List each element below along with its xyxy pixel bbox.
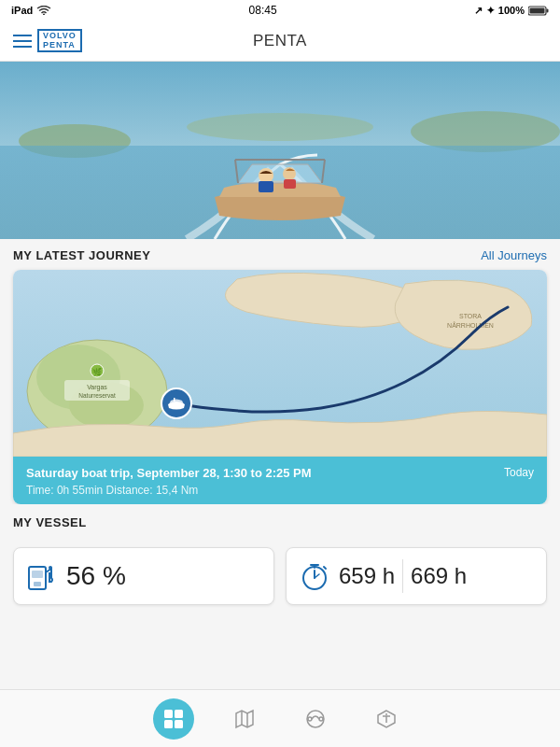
arrow-icon: ↗: [474, 5, 483, 17]
journey-stats: Time: 0h 55min Distance: 15,4 Nm: [26, 484, 534, 497]
journey-title-row: Saturday boat trip, September 28, 1:30 t…: [26, 466, 534, 480]
svg-rect-28: [34, 582, 41, 586]
bluetooth-icon: ✦: [486, 5, 495, 17]
svg-point-40: [385, 713, 387, 715]
engine-icon: [300, 559, 329, 593]
nav-bar: VOLVO PENTA PENTA: [0, 21, 560, 62]
vessel-title: MY VESSEL: [13, 515, 87, 529]
journey-info: Saturday boat trip, September 28, 1:30 t…: [13, 457, 547, 504]
map-icon: [233, 708, 256, 730]
svg-point-37: [307, 711, 324, 727]
svg-rect-32: [175, 710, 183, 718]
svg-rect-31: [164, 710, 173, 718]
engine-hours-2: 669 h: [411, 563, 467, 589]
dashboard-icon: [162, 708, 185, 730]
svg-text:🌿: 🌿: [92, 367, 102, 376]
all-journeys-link[interactable]: All Journeys: [481, 248, 547, 262]
svg-point-0: [43, 14, 45, 16]
engine-card: 659 h 669 h: [286, 547, 547, 605]
engine-hours-group: 659 h 669 h: [339, 559, 467, 593]
tab-journeys[interactable]: [295, 698, 336, 740]
svg-point-39: [319, 717, 323, 721]
engine-hours-1: 659 h: [339, 563, 395, 589]
svg-rect-34: [175, 720, 183, 728]
battery-icon: [528, 6, 549, 16]
fuel-card: 56 %: [13, 547, 274, 605]
tab-bar: [0, 689, 560, 747]
svg-point-29: [49, 566, 52, 570]
wifi-icon: [36, 6, 51, 15]
tab-info[interactable]: [366, 698, 407, 740]
fuel-icon: [27, 559, 57, 593]
main-content: MY LATEST JOURNEY All Journeys: [0, 62, 560, 689]
status-time: 08:45: [249, 4, 277, 17]
status-left: iPad: [11, 5, 51, 16]
latest-journey-title: MY LATEST JOURNEY: [13, 248, 150, 262]
vessel-cards: 56 % 659 h: [13, 547, 547, 605]
volvo-penta-logo: VOLVO PENTA: [37, 29, 82, 53]
svg-rect-25: [174, 398, 175, 402]
svg-rect-3: [530, 7, 545, 13]
nav-title: PENTA: [253, 32, 307, 50]
journeys-icon: [304, 708, 327, 730]
svg-text:Naturreservat: Naturreservat: [78, 392, 116, 399]
vessel-header: MY VESSEL: [0, 504, 560, 538]
vessel-section: 56 % 659 h: [0, 547, 560, 605]
tab-dashboard[interactable]: [153, 698, 194, 740]
svg-point-38: [308, 717, 312, 721]
svg-rect-27: [32, 571, 43, 578]
svg-point-7: [187, 113, 373, 141]
status-right: ↗ ✦ 100%: [474, 5, 549, 17]
info-icon: [375, 708, 398, 730]
hamburger-menu[interactable]: [13, 35, 32, 48]
device-label: iPad: [11, 5, 33, 16]
svg-rect-2: [547, 8, 549, 12]
svg-rect-10: [259, 181, 273, 192]
tab-map[interactable]: [224, 698, 265, 740]
battery-percent: 100%: [498, 5, 525, 16]
svg-rect-12: [284, 179, 296, 189]
svg-rect-33: [164, 720, 173, 728]
logo-penta: PENTA: [43, 41, 77, 50]
journey-map-svg: Vargas Naturreservat 🌿 STORA NÅRRHOLMEN: [13, 270, 547, 457]
latest-journey-header: MY LATEST JOURNEY All Journeys: [0, 239, 560, 270]
hero-image: [0, 62, 560, 239]
svg-point-9: [259, 168, 273, 183]
svg-text:Vargas: Vargas: [87, 384, 107, 391]
svg-text:STORA: STORA: [459, 313, 482, 319]
fuel-percent: 56 %: [66, 561, 126, 591]
hero-svg: [0, 62, 560, 239]
journey-card[interactable]: Vargas Naturreservat 🌿 STORA NÅRRHOLMEN: [13, 270, 547, 504]
journey-name: Saturday boat trip, September 28, 1:30 t…: [26, 466, 497, 480]
journey-date-badge: Today: [504, 466, 534, 479]
hours-divider: [402, 559, 403, 593]
journey-map: Vargas Naturreservat 🌿 STORA NÅRRHOLMEN: [13, 270, 547, 457]
status-bar: iPad 08:45 ↗ ✦ 100%: [0, 0, 560, 21]
